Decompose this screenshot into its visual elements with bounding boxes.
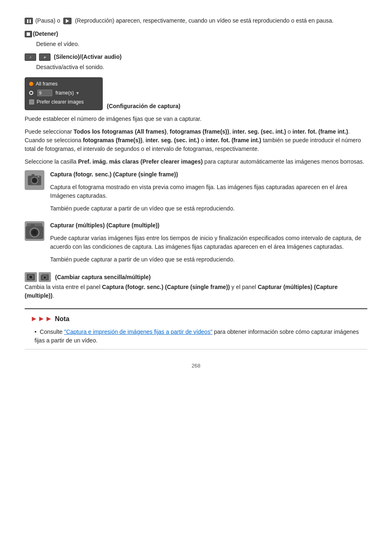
intro-section: (Pausa) o (Reproducción) aparecen, respe… — [25, 16, 367, 72]
stop-icon — [25, 31, 32, 37]
single-capture-icon — [25, 170, 44, 190]
play-icon — [63, 18, 71, 24]
svg-point-2 — [33, 178, 37, 182]
multi-capture-para1: Puede capturar varias imágenes fijas ent… — [50, 234, 367, 251]
note-consult: Consulte — [40, 328, 64, 335]
frames-text: fotogramas (frame(s)) — [170, 128, 229, 135]
prefer-text: Pref. imág. más claras (Prefer clearer i… — [78, 158, 203, 165]
prefer-clearer-label: Prefer clearer images — [37, 98, 84, 106]
note-link[interactable]: "Captura e impresión de imágenes fijas a… — [64, 328, 212, 335]
single-capture-section: Captura (fotogr. senc.) (Capture (single… — [25, 170, 367, 217]
intro-para1: (Pausa) o (Reproducción) aparecen, respe… — [25, 16, 367, 25]
frames-row: frame(s) ▼ — [29, 89, 98, 97]
detener-section: (Detener) — [25, 29, 367, 38]
svg-rect-9 — [30, 224, 35, 227]
camera-svg — [27, 173, 42, 187]
allframes-label: All frames — [36, 80, 58, 88]
frames-text2: fotogramas (frame(s)) — [83, 137, 143, 143]
multi-capture-text: Capturar (múltiples) (Capture (multiple)… — [50, 221, 367, 268]
capture-config-block: All frames frame(s) ▼ Prefer clearer ima… — [25, 77, 367, 111]
svg-point-8 — [32, 230, 37, 235]
allframes-text: Todos los fotogramas (All frames) — [74, 128, 166, 135]
secint-text2: inter. seg. (sec. int.) — [145, 137, 199, 143]
note-box: ►►► Nota • Consulte "Captura e impresión… — [25, 308, 367, 349]
audio-desc: Desactiva/activa el sonido. — [36, 63, 367, 72]
sw-single-svg — [26, 273, 35, 281]
single-frame-ref: Captura (fotogr. senc.) (Capture (single… — [102, 284, 230, 290]
prefer-clearer-checkbox[interactable] — [29, 99, 34, 104]
note-list: • Consulte "Captura e impresión de imáge… — [30, 328, 362, 345]
multi-capture-title: Capturar (múltiples) (Capture (multiple)… — [50, 221, 367, 230]
config-label: (Configuración de captura) — [107, 103, 180, 109]
single-capture-para2: También puede capturar a partir de un ví… — [50, 204, 367, 213]
svg-rect-3 — [32, 174, 35, 176]
svg-point-16 — [44, 277, 46, 278]
switch-icons-wrap: (Cambiar captura sencilla/múltiple) — [25, 272, 367, 282]
config-paragraphs: Puede establecer el número de imágenes f… — [25, 115, 367, 166]
allframes-row: All frames — [29, 80, 98, 88]
config-label-wrap: (Configuración de captura) — [107, 77, 180, 111]
multi-capture-icon — [25, 221, 44, 241]
multi-camera-svg — [25, 221, 44, 241]
svg-rect-4 — [37, 176, 39, 178]
audio-section: ♪ ♪ (Silencio)/(Activar audio) — [25, 53, 367, 61]
switch-single-icon — [25, 272, 37, 282]
frames-dropdown-icon[interactable]: ▼ — [76, 90, 80, 96]
single-capture-title: Captura (fotogr. senc.) (Capture (single… — [50, 170, 367, 179]
secint-text: inter. seg. (sec. int.) — [232, 128, 286, 135]
switch-capture-section: (Cambiar captura sencilla/múltiple) Camb… — [25, 272, 367, 300]
play-label: (Reproducción) aparecen, respectivamente… — [75, 17, 334, 24]
single-capture-text: Captura (fotogr. senc.) (Capture (single… — [50, 170, 367, 217]
capture-settings-widget: All frames frame(s) ▼ Prefer clearer ima… — [25, 77, 103, 110]
pause-icon — [25, 18, 33, 24]
config-para1: Puede establecer el número de imágenes f… — [25, 115, 367, 123]
note-arrow1: ►►► — [30, 313, 52, 324]
switch-capture-title: (Cambiar captura sencilla/múltiple) — [55, 273, 151, 282]
page-number: 268 — [25, 362, 367, 370]
svg-point-12 — [30, 276, 32, 278]
switch-capture-para1: Cambia la vista entre el panel Captura (… — [25, 283, 367, 300]
config-para2: Puede seleccionar Todos los fotogramas (… — [25, 127, 367, 153]
switch-icon-pair — [25, 272, 51, 282]
note-bullet: • — [35, 328, 37, 335]
frame-count-input[interactable] — [37, 90, 52, 96]
frames-radio[interactable] — [29, 91, 33, 95]
config-para3: Seleccione la casilla Pref. imág. más cl… — [25, 157, 367, 166]
unmute-icon: ♪ — [39, 53, 51, 61]
pause-label: (Pausa) o — [35, 17, 60, 24]
detener-desc: Detiene el vídeo. — [36, 40, 367, 49]
audio-label: (Silencio)/(Activar audio) — [54, 53, 122, 61]
mute-icon: ♪ — [25, 53, 36, 61]
note-title: Nota — [55, 314, 69, 324]
frames-unit: frame(s) — [55, 89, 74, 97]
note-header: ►►► Nota — [30, 313, 362, 324]
single-capture-para1: Captura el fotograma mostrado en vista p… — [50, 183, 367, 200]
prefer-clearer-row: Prefer clearer images — [29, 98, 98, 106]
frameint-text2: inter. fot. (frame int.) — [205, 137, 261, 143]
detener-label: (Detener) — [33, 30, 58, 38]
frameint-text: inter. fot. (frame int.) — [293, 128, 348, 135]
sw-multi-svg — [40, 273, 49, 281]
multi-capture-section: Capturar (múltiples) (Capture (multiple)… — [25, 221, 367, 268]
switch-multi-icon — [39, 272, 51, 282]
allframes-radio[interactable] — [29, 82, 33, 86]
note-item: • Consulte "Captura e impresión de imáge… — [35, 328, 362, 345]
multi-capture-para2: También puede capturar a partir de un ví… — [50, 255, 367, 264]
